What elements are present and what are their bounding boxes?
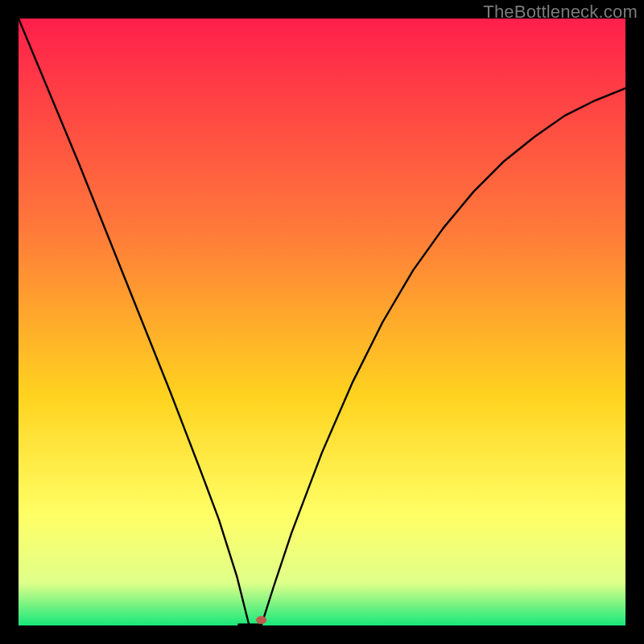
gradient-background <box>19 19 625 625</box>
chart-frame <box>19 19 625 625</box>
optimal-point-marker <box>256 616 266 624</box>
watermark-text: TheBottleneck.com <box>483 2 638 23</box>
bottleneck-chart <box>19 19 625 625</box>
